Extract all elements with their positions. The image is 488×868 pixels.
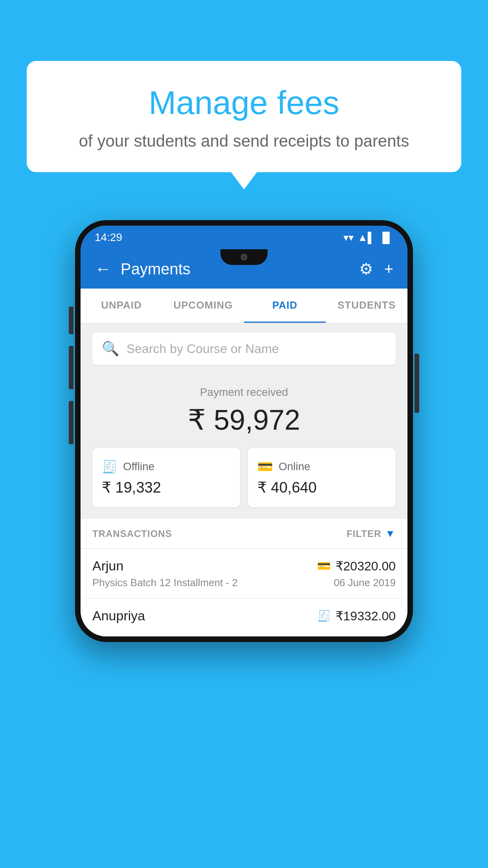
payment-label: Payment received bbox=[92, 386, 396, 399]
signal-icon: ▲▌ bbox=[358, 232, 375, 244]
online-amount: ₹ 40,640 bbox=[257, 479, 386, 496]
transactions-header: TRANSACTIONS FILTER ▼ bbox=[81, 519, 407, 549]
status-time: 14:29 bbox=[95, 231, 122, 244]
tab-paid[interactable]: PAID bbox=[244, 289, 326, 323]
side-button-volume-1 bbox=[69, 307, 73, 334]
filter-button[interactable]: FILTER ▼ bbox=[347, 528, 396, 540]
transaction-amount-2: ₹19332.00 bbox=[336, 609, 396, 623]
app-bar-actions: ⚙ + bbox=[359, 260, 393, 278]
transaction-name-2: Anupriya bbox=[92, 608, 145, 623]
tabs-bar: UNPAID UPCOMING PAID STUDENTS bbox=[81, 289, 407, 323]
transaction-name: Arjun bbox=[92, 558, 123, 574]
transaction-amount-wrap: 💳 ₹20320.00 bbox=[317, 559, 396, 574]
tab-upcoming[interactable]: UPCOMING bbox=[162, 289, 244, 323]
back-button[interactable]: ← bbox=[95, 259, 111, 278]
front-camera bbox=[241, 254, 247, 260]
main-title: Manage fees bbox=[46, 85, 442, 121]
offline-label: Offline bbox=[123, 460, 154, 473]
offline-amount: ₹ 19,332 bbox=[102, 479, 231, 496]
transaction-top-2: Anupriya 🧾 ₹19332.00 bbox=[92, 608, 396, 623]
settings-button[interactable]: ⚙ bbox=[359, 260, 373, 278]
offline-icon: 🧾 bbox=[102, 459, 117, 474]
payment-cards: 🧾 Offline ₹ 19,332 💳 Online ₹ 40,640 bbox=[81, 448, 407, 519]
phone-outer: 14:29 ▾▾ ▲▌ ▐▌ ← Payments ⚙ + bbox=[75, 220, 413, 642]
speech-bubble: Manage fees of your students and send re… bbox=[27, 61, 461, 172]
search-input[interactable]: Search by Course or Name bbox=[127, 342, 279, 356]
search-icon: 🔍 bbox=[102, 340, 119, 357]
search-bar[interactable]: 🔍 Search by Course or Name bbox=[92, 333, 396, 365]
tab-unpaid[interactable]: UNPAID bbox=[81, 289, 162, 323]
offline-card: 🧾 Offline ₹ 19,332 bbox=[92, 448, 240, 507]
tab-students[interactable]: STUDENTS bbox=[326, 289, 407, 323]
online-card-header: 💳 Online bbox=[257, 459, 386, 474]
transaction-top: Arjun 💳 ₹20320.00 bbox=[92, 558, 396, 574]
payment-amount: ₹ 59,972 bbox=[92, 403, 396, 436]
transaction-course: Physics Batch 12 Installment - 2 bbox=[92, 577, 238, 589]
sub-title: of your students and send receipts to pa… bbox=[46, 132, 442, 151]
online-label: Online bbox=[279, 460, 310, 473]
wifi-icon: ▾▾ bbox=[343, 232, 354, 244]
transaction-amount-wrap-2: 🧾 ₹19332.00 bbox=[317, 609, 396, 623]
phone-screen: 14:29 ▾▾ ▲▌ ▐▌ ← Payments ⚙ + bbox=[81, 226, 407, 636]
online-icon: 💳 bbox=[257, 459, 273, 474]
add-button[interactable]: + bbox=[384, 260, 393, 278]
search-section: 🔍 Search by Course or Name bbox=[81, 323, 407, 374]
transaction-amount: ₹20320.00 bbox=[336, 559, 396, 574]
status-icons: ▾▾ ▲▌ ▐▌ bbox=[343, 232, 393, 244]
online-card: 💳 Online ₹ 40,640 bbox=[248, 448, 396, 507]
filter-icon: ▼ bbox=[385, 528, 396, 540]
side-button-power bbox=[415, 354, 419, 413]
phone-notch bbox=[220, 249, 268, 265]
payment-summary: Payment received ₹ 59,972 bbox=[81, 374, 407, 448]
side-button-volume-2 bbox=[69, 346, 73, 389]
online-payment-icon: 💳 bbox=[317, 559, 331, 572]
status-bar: 14:29 ▾▾ ▲▌ ▐▌ bbox=[81, 226, 407, 249]
transactions-label: TRANSACTIONS bbox=[92, 528, 172, 539]
transaction-bottom: Physics Batch 12 Installment - 2 06 June… bbox=[92, 577, 396, 589]
transaction-date: 06 June 2019 bbox=[334, 577, 396, 589]
speech-bubble-container: Manage fees of your students and send re… bbox=[27, 61, 461, 172]
offline-card-header: 🧾 Offline bbox=[102, 459, 231, 474]
transaction-row[interactable]: Arjun 💳 ₹20320.00 Physics Batch 12 Insta… bbox=[81, 549, 407, 599]
filter-label: FILTER bbox=[347, 528, 381, 539]
phone-device: 14:29 ▾▾ ▲▌ ▐▌ ← Payments ⚙ + bbox=[75, 220, 413, 642]
battery-icon: ▐▌ bbox=[379, 232, 393, 244]
offline-payment-icon: 🧾 bbox=[317, 609, 331, 622]
transaction-row[interactable]: Anupriya 🧾 ₹19332.00 bbox=[81, 599, 407, 636]
side-button-volume-3 bbox=[69, 401, 73, 444]
